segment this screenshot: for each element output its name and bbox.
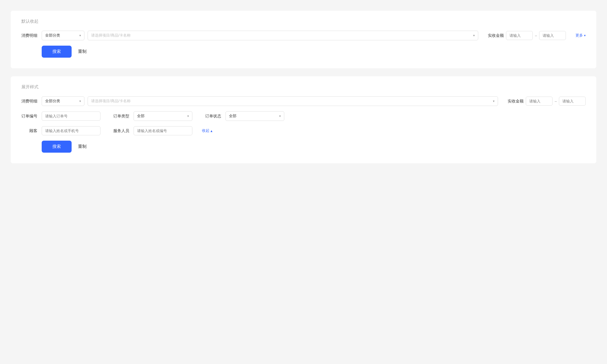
expanded-amount-group: 实收金额 – — [508, 97, 586, 106]
collapsed-filter-row: 消费明细 全部分类 ▾ 请选择项目/商品/卡名称 ▾ 实收金额 – 更多 ▾ — [21, 31, 586, 40]
order-number-input[interactable] — [42, 112, 100, 121]
expanded-category-select[interactable]: 全部分类 ▾ — [42, 96, 84, 106]
amount-dash: – — [535, 33, 537, 38]
collapsed-category-value: 全部分类 — [45, 33, 60, 38]
more-button[interactable]: 更多 ▾ — [575, 33, 586, 38]
expanded-section-title: 展开样式 — [21, 84, 586, 90]
expanded-filter-row2: 订单编号 订单类型 全部 ▾ 订单状态 全部 ▾ — [21, 111, 586, 121]
collapse-button[interactable]: 收起 ▴ — [202, 128, 212, 133]
collapsed-amount-group: 实收金额 – — [488, 31, 566, 40]
expanded-reset-button[interactable]: 重制 — [78, 144, 87, 149]
collapse-label: 收起 — [202, 128, 209, 133]
order-status-value: 全部 — [229, 114, 236, 118]
expanded-category-value: 全部分类 — [45, 99, 60, 104]
order-type-value: 全部 — [137, 114, 145, 118]
more-chevron-down-icon: ▾ — [584, 34, 586, 37]
expanded-amount-from[interactable] — [526, 97, 552, 106]
collapsed-item-value: 请选择项目/商品/卡名称 — [91, 33, 131, 38]
expanded-action-row: 搜索 重制 — [21, 141, 586, 153]
chevron-down-icon: ▾ — [473, 34, 475, 37]
collapsed-section-title: 默认收起 — [21, 19, 586, 24]
chevron-down-icon: ▾ — [279, 114, 281, 118]
order-type-select[interactable]: 全部 ▾ — [134, 111, 192, 121]
collapsed-filter-controls: 全部分类 ▾ 请选择项目/商品/卡名称 ▾ — [42, 31, 478, 40]
more-label: 更多 — [575, 33, 583, 38]
collapsed-amount-label: 实收金额 — [488, 33, 504, 38]
expanded-item-value: 请选择项目/商品/卡名称 — [91, 99, 131, 104]
chevron-down-icon: ▾ — [493, 99, 495, 103]
order-status-select[interactable]: 全部 ▾ — [225, 111, 284, 121]
chevron-down-icon: ▾ — [187, 114, 189, 118]
customer-label: 顾客 — [21, 128, 37, 133]
expanded-item-select[interactable]: 请选择项目/商品/卡名称 ▾ — [88, 96, 498, 106]
collapsed-search-button[interactable]: 搜索 — [42, 46, 72, 58]
expanded-filter1-label: 消费明细 — [21, 99, 37, 104]
expanded-filter-row3: 顾客 服务人员 收起 ▴ — [21, 126, 586, 135]
expanded-amount-label: 实收金额 — [508, 99, 524, 104]
collapsed-item-select[interactable]: 请选择项目/商品/卡名称 ▾ — [88, 31, 478, 40]
order-type-label: 订单类型 — [113, 114, 129, 119]
expanded-filter1-controls: 全部分类 ▾ 请选择项目/商品/卡名称 ▾ — [42, 96, 498, 106]
order-status-label: 订单状态 — [205, 114, 221, 119]
staff-label: 服务人员 — [113, 128, 129, 133]
order-number-label: 订单编号 — [21, 114, 37, 119]
collapsed-reset-button[interactable]: 重制 — [78, 49, 87, 54]
expanded-filter-row1: 消费明细 全部分类 ▾ 请选择项目/商品/卡名称 ▾ 实收金额 – — [21, 96, 586, 106]
collapsed-amount-from[interactable] — [506, 31, 533, 40]
customer-input[interactable] — [42, 126, 100, 135]
collapsed-action-row: 搜索 重制 — [21, 46, 586, 58]
amount-dash2: – — [555, 99, 557, 103]
collapsed-category-select[interactable]: 全部分类 ▾ — [42, 31, 84, 40]
staff-input[interactable] — [134, 126, 192, 135]
collapsed-amount-to[interactable] — [539, 31, 566, 40]
chevron-up-icon: ▴ — [211, 129, 212, 133]
chevron-down-icon: ▾ — [79, 99, 81, 103]
collapsed-filter-label: 消费明细 — [21, 33, 37, 38]
expanded-search-button[interactable]: 搜索 — [42, 141, 72, 153]
expanded-section: 展开样式 消费明细 全部分类 ▾ 请选择项目/商品/卡名称 ▾ 实收金额 – 订… — [11, 76, 596, 163]
chevron-down-icon: ▾ — [79, 34, 81, 37]
collapsed-section: 默认收起 消费明细 全部分类 ▾ 请选择项目/商品/卡名称 ▾ 实收金额 – 更… — [11, 11, 596, 68]
expanded-amount-to[interactable] — [559, 97, 586, 106]
